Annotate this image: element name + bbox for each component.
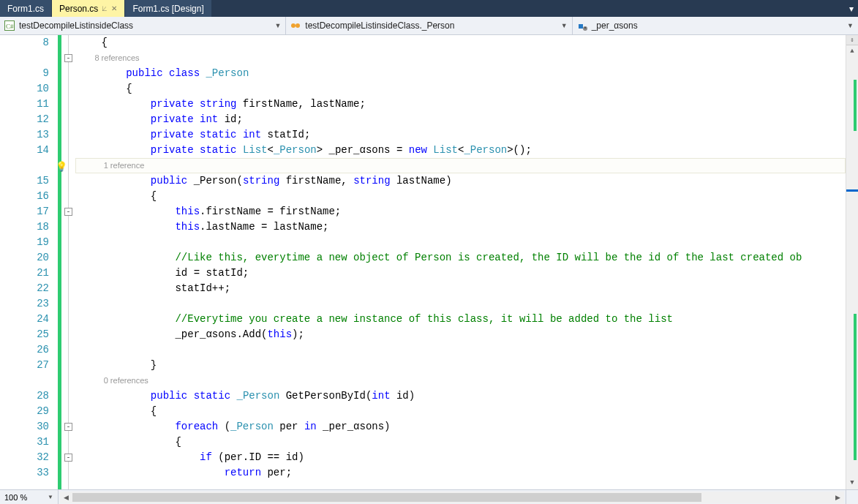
line-number: 32 (0, 450, 52, 465)
code-line[interactable]: public _Person(string firstName, string … (75, 173, 846, 189)
code-line[interactable]: { (75, 81, 846, 97)
code-line[interactable]: private static List<_Person> _per_αsons … (75, 143, 846, 158)
tab-form1-cs[interactable]: Form1.cs (0, 0, 52, 17)
outline-collapse-toggle[interactable]: - (64, 208, 72, 216)
pin-icon[interactable]: ⟀ (102, 4, 107, 12)
scrollbar-thumb[interactable] (72, 493, 701, 502)
scroll-left-arrow[interactable]: ◀ (60, 492, 72, 503)
tab-overflow-button[interactable]: ▾ (845, 0, 858, 17)
scroll-up-arrow[interactable]: ▲ (846, 45, 858, 58)
scroll-right-arrow[interactable]: ▶ (832, 492, 844, 503)
line-number: 11 (0, 97, 52, 112)
line-number: 27 (0, 358, 52, 373)
line-number (0, 50, 52, 66)
code-line[interactable]: { (75, 35, 846, 50)
line-number: 31 (0, 435, 52, 450)
nav-type-label: testDecompileListinsideClass._Person (305, 20, 454, 31)
codelens-reference-count[interactable]: 0 references (75, 373, 846, 388)
line-number: 13 (0, 127, 52, 143)
tab-label: Person.cs (59, 4, 98, 14)
nav-type-dropdown[interactable]: testDecompileListinsideClass._Person ▼ (286, 17, 572, 34)
line-number: 23 (0, 296, 52, 312)
code-line[interactable]: { (75, 404, 846, 419)
code-line[interactable] (75, 296, 846, 312)
tab-label: Form1.cs (7, 4, 44, 14)
outline-collapse-toggle[interactable]: - (64, 454, 72, 462)
code-line[interactable]: private static int statId; (75, 127, 846, 143)
chevron-down-icon: ▼ (847, 22, 854, 29)
code-line[interactable]: //Everytime you create a new instance of… (75, 312, 846, 327)
svg-point-2 (291, 23, 296, 28)
svg-text:C#: C# (6, 23, 14, 30)
zoom-dropdown[interactable]: 100 % ▼ (0, 490, 59, 504)
line-number: 22 (0, 281, 52, 296)
code-line[interactable]: statId++; (75, 281, 846, 296)
nav-member-label: _per_αsons (592, 20, 638, 31)
code-line[interactable]: } (75, 358, 846, 373)
tab-person-cs[interactable]: Person.cs ⟀ ✕ (52, 0, 125, 17)
line-number: 25 (0, 327, 52, 342)
code-line[interactable]: return per; (75, 465, 846, 481)
svg-rect-6 (584, 27, 586, 29)
code-editor[interactable]: 8910111213141516171819202122232425262728… (0, 35, 858, 489)
code-line[interactable]: private string firstName, lastName; (75, 97, 846, 112)
line-number: 15 (0, 173, 52, 189)
horizontal-scrollbar[interactable]: ◀ ▶ (60, 492, 844, 503)
vertical-scrollbar[interactable]: ⇕ ▲ ▼ (846, 35, 858, 489)
code-line[interactable]: foreach (_Person per in _per_αsons) (75, 419, 846, 435)
document-tab-strip: Form1.cs Person.cs ⟀ ✕ Form1.cs [Design]… (0, 0, 858, 17)
nav-member-dropdown[interactable]: _per_αsons ▼ (573, 17, 858, 34)
outline-collapse-toggle[interactable]: - (64, 423, 72, 431)
field-private-icon (577, 20, 587, 31)
line-number: 19 (0, 235, 52, 250)
svg-point-3 (296, 23, 300, 28)
code-line[interactable]: this.firstName = firstName; (75, 204, 846, 219)
line-number: 26 (0, 342, 52, 358)
line-number: 18 (0, 219, 52, 235)
nav-scope-label: testDecompileListinsideClass (19, 20, 133, 31)
code-line[interactable]: _per_αsons.Add(this); (75, 327, 846, 342)
code-line[interactable]: if (per.ID == id) (75, 450, 846, 465)
line-number-gutter: 8910111213141516171819202122232425262728… (0, 35, 55, 489)
line-number: 9 (0, 66, 52, 81)
codelens-reference-count[interactable]: 1 reference (75, 158, 846, 173)
line-number: 29 (0, 404, 52, 419)
lightbulb-icon[interactable]: 💡 (56, 159, 67, 175)
code-line[interactable]: id = statId; (75, 266, 846, 281)
code-line[interactable]: public static _Person GetPersonById(int … (75, 388, 846, 404)
line-number: 14 (0, 143, 52, 158)
tab-label: Form1.cs [Design] (132, 4, 203, 14)
line-number: 16 (0, 189, 52, 204)
outline-column: ---- (64, 35, 75, 489)
class-icon (290, 20, 301, 31)
tab-form1-design[interactable]: Form1.cs [Design] (125, 0, 211, 17)
codelens-reference-count[interactable]: 8 references (75, 50, 846, 66)
line-number: 21 (0, 266, 52, 281)
code-line[interactable]: { (75, 189, 846, 204)
nav-scope-dropdown[interactable]: C# testDecompileListinsideClass ▼ (0, 17, 286, 34)
code-line[interactable]: private int id; (75, 112, 846, 127)
code-line[interactable]: //Like this, everytime a new object of P… (75, 250, 846, 266)
change-marker-column (55, 35, 64, 489)
code-line[interactable] (75, 342, 846, 358)
code-line[interactable]: public class _Person (75, 66, 846, 81)
overview-change-marker (854, 80, 857, 131)
scroll-down-arrow[interactable]: ▼ (846, 477, 858, 489)
close-icon[interactable]: ✕ (111, 4, 117, 12)
line-number: 24 (0, 312, 52, 327)
code-area[interactable]: { 8 references public class _Person { pr… (75, 35, 846, 489)
zoom-value: 100 % (4, 493, 27, 502)
line-number: 17 (0, 204, 52, 219)
csharp-file-icon: C# (4, 20, 15, 31)
outline-collapse-toggle[interactable]: - (64, 54, 72, 62)
code-line[interactable]: this.lastName = lastName; (75, 219, 846, 235)
code-line[interactable] (75, 235, 846, 250)
svg-rect-4 (579, 24, 583, 29)
code-line[interactable]: { (75, 435, 846, 450)
split-window-handle[interactable]: ⇕ (846, 35, 858, 45)
line-number: 8 (0, 35, 52, 50)
line-number: 30 (0, 419, 52, 435)
line-number (0, 373, 52, 388)
chevron-down-icon: ▼ (48, 494, 53, 500)
editor-bottom-bar: 100 % ▼ ◀ ▶ (0, 489, 858, 504)
